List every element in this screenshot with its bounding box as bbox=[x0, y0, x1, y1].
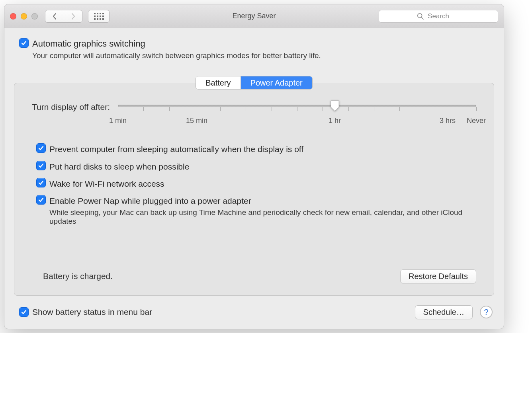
minimize-button[interactable] bbox=[21, 13, 27, 20]
power-nap-checkbox[interactable] bbox=[37, 195, 45, 204]
graphics-switching-label: Automatic graphics switching bbox=[32, 39, 321, 49]
slider-ticks bbox=[118, 107, 476, 117]
checkmark-icon bbox=[38, 145, 44, 151]
show-battery-label: Show battery status in menu bar bbox=[32, 307, 152, 317]
tick-3hrs: 3 hrs bbox=[440, 117, 456, 125]
content-area: Automatic graphics switching Your comput… bbox=[4, 28, 504, 329]
slider-tick-labels: 1 min 15 min 1 hr 3 hrs Never bbox=[118, 117, 476, 127]
power-source-tabs: Battery Power Adapter bbox=[196, 76, 313, 90]
checkmark-icon bbox=[38, 162, 44, 169]
zoom-button bbox=[31, 13, 38, 20]
back-button[interactable] bbox=[45, 10, 64, 22]
schedule-button[interactable]: Schedule… bbox=[415, 305, 473, 319]
titlebar: Energy Saver bbox=[4, 4, 504, 28]
prevent-sleep-checkbox[interactable] bbox=[37, 144, 45, 152]
nav-buttons bbox=[45, 10, 82, 23]
svg-point-0 bbox=[418, 13, 422, 18]
tick-15min: 15 min bbox=[186, 117, 207, 125]
tab-power-adapter[interactable]: Power Adapter bbox=[241, 76, 312, 89]
prevent-sleep-label: Prevent computer from sleeping automatic… bbox=[49, 144, 303, 154]
display-off-label: Turn display off after: bbox=[32, 102, 110, 112]
help-button[interactable]: ? bbox=[480, 306, 493, 318]
wake-wifi-label: Wake for Wi-Fi network access bbox=[49, 178, 164, 189]
show-all-button[interactable] bbox=[88, 10, 110, 23]
show-battery-checkbox[interactable] bbox=[20, 308, 28, 316]
chevron-right-icon bbox=[71, 13, 76, 20]
tick-1hr: 1 hr bbox=[329, 117, 341, 125]
forward-button[interactable] bbox=[64, 10, 82, 22]
hard-disks-label: Put hard disks to sleep when possible bbox=[49, 161, 189, 172]
wake-wifi-checkbox[interactable] bbox=[37, 178, 45, 187]
tick-never: Never bbox=[467, 117, 486, 125]
checkmark-icon bbox=[38, 180, 44, 186]
close-button[interactable] bbox=[10, 13, 16, 20]
tab-battery[interactable]: Battery bbox=[196, 76, 240, 89]
settings-panel: Turn display off after: 1 min bbox=[14, 83, 494, 295]
display-off-slider[interactable]: 1 min 15 min 1 hr 3 hrs Never bbox=[118, 102, 476, 127]
hard-disks-checkbox[interactable] bbox=[37, 161, 45, 170]
restore-defaults-button[interactable]: Restore Defaults bbox=[400, 269, 476, 283]
search-icon bbox=[417, 13, 424, 20]
energy-saver-window: Energy Saver Automatic graphics switchin… bbox=[4, 4, 504, 329]
checkmark-icon bbox=[21, 40, 27, 46]
power-nap-label: Enable Power Nap while plugged into a po… bbox=[49, 195, 476, 206]
chevron-left-icon bbox=[52, 13, 57, 20]
graphics-switching-description: Your computer will automatically switch … bbox=[32, 51, 321, 60]
question-icon: ? bbox=[484, 308, 488, 317]
battery-status: Battery is charged. bbox=[43, 271, 113, 281]
grid-icon bbox=[94, 13, 104, 20]
graphics-switching-checkbox[interactable] bbox=[20, 39, 28, 47]
window-controls bbox=[10, 13, 38, 20]
svg-line-1 bbox=[422, 17, 424, 19]
search-input[interactable] bbox=[379, 10, 498, 23]
power-nap-description: While sleeping, your Mac can back up usi… bbox=[49, 208, 476, 226]
tick-1min: 1 min bbox=[109, 117, 127, 125]
checkmark-icon bbox=[21, 309, 27, 315]
checkmark-icon bbox=[38, 197, 44, 203]
